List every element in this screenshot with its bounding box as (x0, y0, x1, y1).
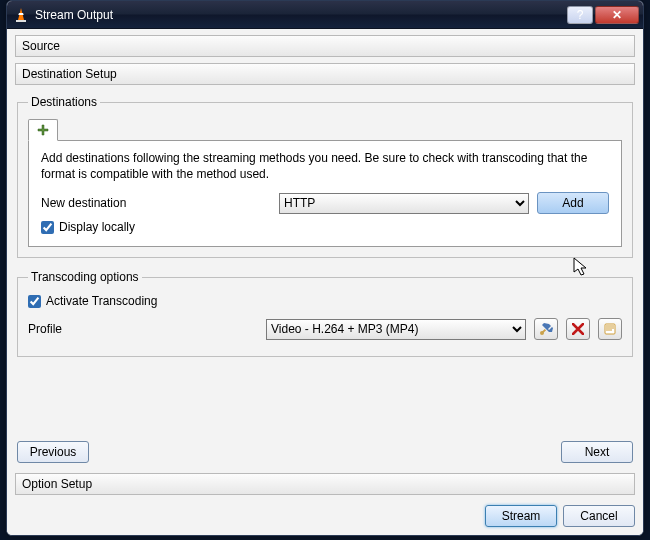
section-destination-setup[interactable]: Destination Setup (15, 63, 635, 85)
profile-tools-button[interactable] (534, 318, 558, 340)
help-button[interactable]: ? (567, 6, 593, 24)
previous-button-label: Previous (30, 445, 77, 459)
add-button[interactable]: Add (537, 192, 609, 214)
stream-button-label: Stream (502, 509, 541, 523)
next-button-label: Next (585, 445, 610, 459)
activate-transcoding-row: Activate Transcoding (28, 294, 622, 308)
svg-rect-0 (16, 20, 26, 22)
destinations-tab-body: Add destinations following the streaming… (28, 140, 622, 247)
window-title: Stream Output (35, 8, 567, 22)
delete-x-icon (572, 323, 584, 335)
transcoding-group: Transcoding options Activate Transcoding… (17, 270, 633, 357)
activate-transcoding-label: Activate Transcoding (46, 294, 157, 308)
section-destination-setup-label: Destination Setup (22, 67, 117, 81)
section-source-label: Source (22, 39, 60, 53)
close-icon: ✕ (612, 8, 622, 22)
window-controls: ? ✕ (567, 6, 639, 24)
stream-button[interactable]: Stream (485, 505, 557, 527)
section-option-setup[interactable]: Option Setup (15, 473, 635, 495)
app-cone-icon (13, 7, 29, 23)
profile-row: Profile Video - H.264 + MP3 (MP4) (28, 318, 622, 340)
nav-spacer (89, 441, 561, 463)
previous-button[interactable]: Previous (17, 441, 89, 463)
profile-label: Profile (28, 322, 258, 336)
profile-delete-button[interactable] (566, 318, 590, 340)
dialog-window: Stream Output ? ✕ Source Destination Set… (6, 0, 644, 536)
display-locally-checkbox[interactable] (41, 221, 54, 234)
new-destination-row: New destination HTTP Add (41, 192, 609, 214)
profile-select[interactable]: Video - H.264 + MP3 (MP4) (266, 319, 526, 340)
section-option-setup-label: Option Setup (22, 477, 92, 491)
cancel-button-label: Cancel (580, 509, 617, 523)
display-locally-label: Display locally (59, 220, 135, 234)
dialog-footer: Stream Cancel (15, 505, 635, 527)
destinations-help-text: Add destinations following the streaming… (41, 151, 609, 182)
destinations-legend: Destinations (28, 95, 100, 109)
section-source[interactable]: Source (15, 35, 635, 57)
client-area: Source Destination Setup Destinations Ad… (7, 29, 643, 535)
new-profile-icon (603, 322, 617, 336)
wizard-nav: Previous Next (15, 437, 635, 467)
destinations-tabstrip (28, 117, 622, 141)
add-button-label: Add (562, 196, 583, 210)
help-icon: ? (577, 8, 584, 22)
plus-icon (37, 124, 49, 136)
wrench-icon (539, 322, 553, 336)
new-destination-label: New destination (41, 196, 271, 210)
close-button[interactable]: ✕ (595, 6, 639, 24)
activate-transcoding-checkbox[interactable] (28, 295, 41, 308)
flex-spacer (15, 365, 635, 431)
titlebar[interactable]: Stream Output ? ✕ (7, 1, 643, 29)
add-destination-tab[interactable] (28, 119, 58, 141)
cancel-button[interactable]: Cancel (563, 505, 635, 527)
destinations-group: Destinations Add destinations following … (17, 95, 633, 258)
next-button[interactable]: Next (561, 441, 633, 463)
destination-method-select[interactable]: HTTP (279, 193, 529, 214)
display-locally-row: Display locally (41, 220, 609, 234)
profile-new-button[interactable] (598, 318, 622, 340)
transcoding-legend: Transcoding options (28, 270, 142, 284)
